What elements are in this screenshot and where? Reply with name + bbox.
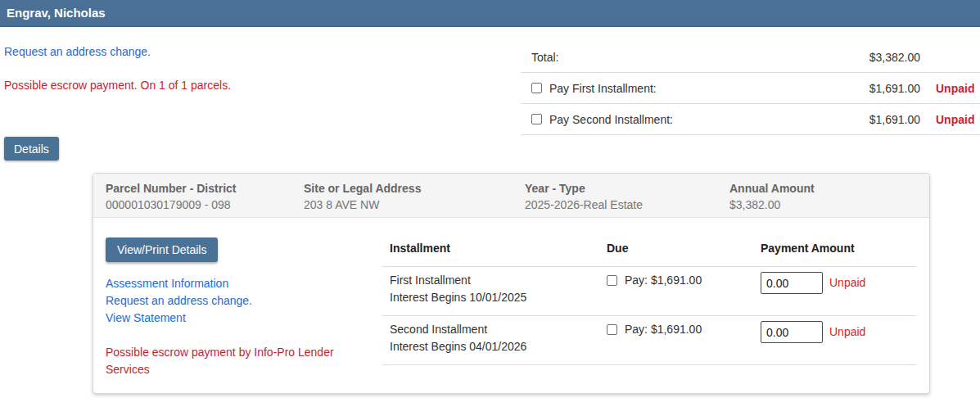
- parcel-number-label: Parcel Number - District: [106, 182, 304, 195]
- first-installment-pay-checkbox[interactable]: [607, 275, 617, 286]
- address-change-link[interactable]: Request an address change.: [4, 45, 151, 58]
- second-installment-table-row: Second Installment Interest Begins 04/01…: [382, 316, 916, 365]
- annual-amount-column: Annual Amount $3,382.00: [729, 182, 929, 217]
- pay-second-installment-row: Pay Second Installment: $1,691.00 Unpaid: [521, 104, 980, 135]
- year-type-value: 2025-2026-Real Estate: [525, 198, 729, 211]
- parcel-number-column: Parcel Number - District 000001030179009…: [106, 182, 304, 217]
- view-print-details-button[interactable]: View/Print Details: [106, 237, 218, 262]
- payment-amount-column-header: Payment Amount: [761, 242, 916, 255]
- first-installment-unpaid-label: Unpaid: [829, 274, 865, 292]
- total-row: Total: $3,382.00: [521, 42, 980, 73]
- page: Engrav, Nicholas Request an address chan…: [0, 0, 980, 407]
- site-address-label: Site or Legal Address: [304, 182, 525, 195]
- parcel-actions: View/Print Details Assessment Informatio…: [106, 218, 380, 378]
- year-type-column: Year - Type 2025-2026-Real Estate: [525, 182, 729, 217]
- second-installment-due-amount: Pay: $1,691.00: [625, 321, 702, 338]
- second-installment-name: Second Installment: [390, 323, 487, 336]
- site-address-column: Site or Legal Address 203 8 AVE NW: [304, 182, 525, 217]
- second-installment-interest: Interest Begins 04/01/2026: [390, 340, 526, 353]
- details-button[interactable]: Details: [4, 137, 59, 161]
- second-installment-payment-input[interactable]: [761, 321, 823, 343]
- pay-first-installment-checkbox[interactable]: [531, 83, 542, 93]
- first-installment-payment-input[interactable]: [761, 272, 823, 294]
- pay-first-installment-label: Pay First Installment:: [549, 82, 657, 95]
- assessment-information-link[interactable]: Assessment Information: [106, 275, 380, 292]
- installment-column-header: Installment: [382, 242, 607, 255]
- total-amount: $3,382.00: [838, 51, 920, 64]
- pay-second-installment-label: Pay Second Installment:: [549, 113, 673, 126]
- first-installment-status-badge: Unpaid: [920, 82, 980, 95]
- installment-table: Installment Due Payment Amount First Ins…: [382, 218, 916, 365]
- view-statement-link[interactable]: View Statement: [106, 310, 380, 327]
- total-label: Total:: [531, 51, 558, 64]
- parcel-links: Assessment Information Request an addres…: [106, 275, 380, 327]
- escrow-notice: Possible escrow payment. On 1 of 1 parce…: [4, 79, 231, 92]
- taxpayer-header-bar: Engrav, Nicholas: [0, 0, 980, 27]
- due-column-header: Due: [607, 242, 761, 255]
- second-installment-status-badge: Unpaid: [920, 113, 980, 126]
- year-type-label: Year - Type: [525, 182, 729, 195]
- parcel-summary-header: Parcel Number - District 000001030179009…: [93, 174, 929, 218]
- second-installment-pay-checkbox[interactable]: [607, 324, 617, 335]
- parcel-number-value: 000001030179009 - 098: [106, 198, 304, 211]
- first-installment-amount: $1,691.00: [838, 82, 920, 95]
- annual-amount-value: $3,382.00: [729, 198, 929, 211]
- installment-table-header: Installment Due Payment Amount: [382, 218, 916, 267]
- first-installment-interest: Interest Begins 10/01/2025: [390, 291, 526, 304]
- address-change-link-panel[interactable]: Request an address change.: [106, 292, 380, 310]
- second-installment-amount: $1,691.00: [838, 113, 920, 126]
- first-installment-due-amount: Pay: $1,691.00: [625, 272, 702, 289]
- parcel-details-body: View/Print Details Assessment Informatio…: [93, 218, 929, 393]
- pay-second-installment-checkbox[interactable]: [531, 114, 542, 124]
- parcel-details-panel: Parcel Number - District 000001030179009…: [93, 173, 930, 394]
- payment-summary: Total: $3,382.00 Pay First Installment: …: [521, 42, 980, 135]
- annual-amount-label: Annual Amount: [729, 182, 929, 195]
- taxpayer-name: Engrav, Nicholas: [7, 6, 106, 20]
- first-installment-name: First Installment: [390, 274, 471, 287]
- first-installment-table-row: First Installment Interest Begins 10/01/…: [382, 267, 916, 316]
- site-address-value: 203 8 AVE NW: [304, 198, 525, 211]
- pay-first-installment-row: Pay First Installment: $1,691.00 Unpaid: [521, 73, 980, 104]
- escrow-lender-notice: Possible escrow payment by Info-Pro Lend…: [106, 344, 368, 378]
- second-installment-unpaid-label: Unpaid: [829, 323, 865, 341]
